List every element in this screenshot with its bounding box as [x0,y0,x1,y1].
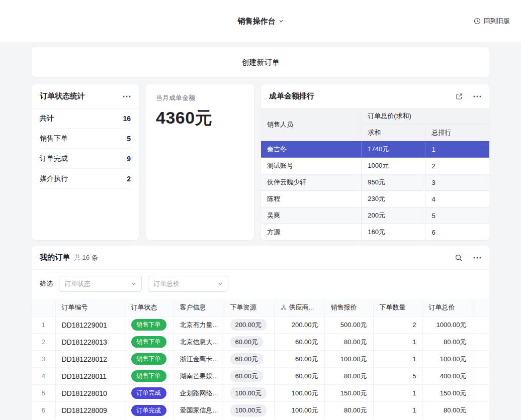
top-bar: 销售操作台 回到旧版 [0,0,521,42]
chevron-down-icon [218,281,223,286]
status-label: 订单完成 [40,154,68,163]
status-badge: 销售下单 [131,370,166,381]
orders-card-header: 我的订单 共 16 条 [32,246,489,270]
supplier-cell: 60.00元 [274,334,324,351]
resource-cell: 60.00元 [224,368,274,385]
table-row[interactable]: 方源 160元 6 [261,224,489,241]
column-customer: 客户信息 [173,299,224,317]
qty-cell: 1 [373,385,422,402]
relation-icon [281,304,287,310]
order-status-filter-placeholder: 订单状态 [64,279,91,288]
divider [468,93,468,100]
open-in-new-icon[interactable] [456,93,463,100]
create-order-button[interactable]: 创建新订单 [32,47,489,77]
row-index: 3 [32,351,55,368]
table-row[interactable]: 吴爽 200元 5 [261,207,489,224]
table-row[interactable]: 伙伴云魏少轩 950元 3 [261,174,489,191]
status-badge: 销售下单 [131,319,166,330]
status-badge: 订单完成 [131,387,166,398]
orders-count: 共 16 条 [74,253,98,262]
quote-cell: 500.00元 [324,317,373,334]
partial-cell [473,334,489,351]
column-person: 销售人员 [261,108,362,141]
partial-cell [473,368,489,385]
total-cell: 80.00元 [422,334,473,351]
column-group-total: 订单总价(求和) [362,108,489,125]
person-cell: 方源 [261,224,362,241]
workspace-switcher[interactable]: 销售操作台 [238,17,284,26]
status-label: 共计 [40,114,54,123]
table-row[interactable]: 6 DD181228009 订单完成 爱国家信息... 100.00元 100.… [32,402,489,419]
column-partial [473,299,489,317]
order-no-cell: DD181228009 [55,402,125,419]
status-cell: 销售下单 [125,351,173,368]
sum-cell: 230元 [362,191,425,207]
row-index: 2 [32,334,55,351]
supplier-cell: 100.00元 [274,385,324,402]
main-content: 创建新订单 订单状态统计 共计 16 销售下单 5 [0,42,521,420]
resource-cell: 200.00元 [224,317,274,334]
more-icon[interactable] [473,257,481,259]
table-row[interactable]: 测试账号 1000元 2 [261,158,489,174]
more-icon[interactable] [123,95,131,97]
order-total-filter[interactable]: 订单总价 [148,276,228,292]
status-cell: 销售下单 [125,334,173,351]
list-item: 销售下单 5 [40,129,131,149]
order-status-filter[interactable]: 订单状态 [59,276,142,292]
total-cell: 80.00元 [422,402,473,419]
total-cell: 100.00元 [422,351,473,368]
total-cell: 1000.00元 [422,317,473,334]
status-badge: 销售下单 [131,336,166,347]
monthly-amount-value: 4360元 [156,107,244,130]
column-order-no: 订单编号 [55,299,125,317]
column-quote: 销售报价 [324,299,373,317]
quote-cell: 100.00元 [324,351,373,368]
row-index: 5 [32,385,55,402]
table-row[interactable]: 1 DD181229001 销售下单 北京有力量... 200.00元 200.… [32,317,489,334]
search-icon[interactable] [455,254,463,262]
page-title: 销售操作台 [238,17,276,26]
table-row[interactable]: 秦吉冬 1740元 1 [261,141,489,158]
table-row[interactable]: 4 DD181228011 销售下单 湖南芒果娱... 60.00元 60.00… [32,368,489,385]
history-icon [474,18,481,25]
ranking-card: 成单金额排行 销售人员 订单总价(求和) [261,84,489,240]
customer-cell: 北京信息大... [173,334,224,351]
status-value: 5 [127,135,131,143]
partial-cell [473,351,489,368]
resource-chip: 60.00元 [230,370,264,382]
resource-chip: 100.00元 [230,404,267,416]
sum-cell: 1740元 [362,141,425,158]
table-row[interactable]: 3 DD181228012 销售下单 浙江金鹰卡... 60.00元 60.00… [32,351,489,368]
create-order-label: 创建新订单 [242,58,280,67]
resource-chip: 200.00元 [230,319,267,331]
status-value: 2 [127,175,131,183]
column-status: 订单状态 [125,299,173,317]
orders-table-header: 订单编号 订单状态 客户信息 下单资源 供应商... 销售报价 下单数量 [32,299,489,317]
qty-cell: 2 [373,317,422,334]
resource-cell: 100.00元 [224,385,274,402]
resource-chip: 60.00元 [230,353,264,365]
column-index [32,299,55,317]
status-cell: 订单完成 [125,402,173,419]
chevron-down-icon [131,281,136,286]
back-to-old-version-label: 回到旧版 [484,17,510,26]
total-cell: 150.00元 [422,385,473,402]
table-row[interactable]: 5 DD181228010 订单完成 企划路网络... 100.00元 100.… [32,385,489,402]
quote-cell: 80.00元 [324,402,373,419]
supplier-cell: 100.00元 [274,402,324,419]
status-card-header: 订单状态统计 [32,84,139,109]
rank-cell: 5 [425,207,489,224]
list-item: 共计 16 [40,109,131,129]
person-cell: 陈程 [261,191,362,207]
row-index: 4 [32,368,55,385]
resource-cell: 60.00元 [224,351,274,368]
list-item: 媒介执行 2 [40,169,131,189]
table-row[interactable]: 陈程 230元 4 [261,191,489,207]
ranking-table: 销售人员 订单总价(求和) 求和 总排行 秦吉冬 1740元 1 [261,108,489,240]
supplier-cell: 200.00元 [274,317,324,334]
table-row[interactable]: 2 DD181228013 销售下单 北京信息大... 60.00元 60.00… [32,334,489,351]
ranking-card-actions [456,93,481,100]
more-icon[interactable] [473,95,481,97]
back-to-old-version-link[interactable]: 回到旧版 [474,17,510,26]
sum-cell: 1000元 [362,158,425,174]
